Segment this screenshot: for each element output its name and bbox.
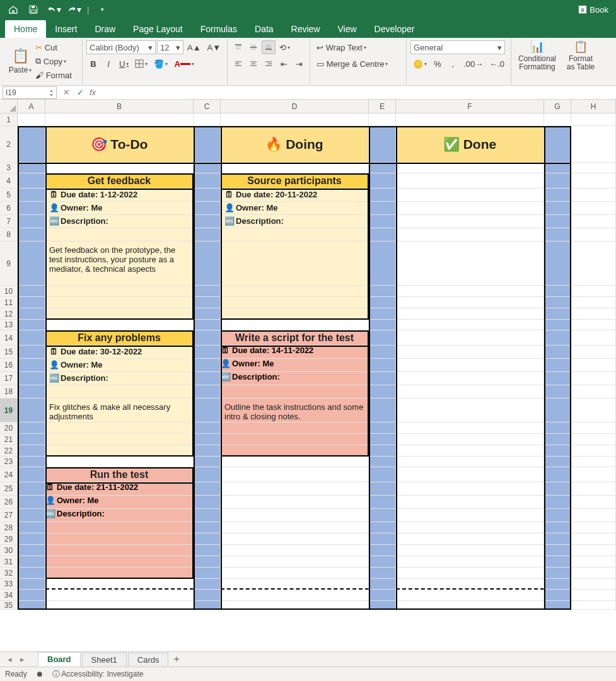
cell-C25[interactable] [194, 482, 221, 496]
cell-H19[interactable] [571, 399, 616, 422]
tab-view[interactable]: View [329, 20, 366, 38]
cell-D35[interactable] [221, 601, 369, 610]
cell-E25[interactable] [369, 482, 396, 496]
cell-A35[interactable] [18, 601, 45, 610]
row-header-7[interactable]: 7 [0, 215, 18, 228]
cell-A29[interactable] [18, 533, 45, 545]
cell-A34[interactable] [18, 590, 45, 601]
redo-icon[interactable]: ▾ [66, 2, 82, 17]
cell-D9[interactable] [221, 242, 369, 286]
row-header-23[interactable]: 23 [0, 457, 18, 467]
cell-D13[interactable] [221, 320, 369, 330]
cell-H22[interactable] [571, 445, 616, 457]
cell-G14[interactable] [544, 330, 571, 346]
cell-H7[interactable] [571, 215, 616, 228]
cell-G24[interactable] [544, 467, 571, 482]
cell-B11[interactable] [45, 297, 194, 308]
cell-F31[interactable] [396, 556, 544, 568]
cell-H12[interactable] [571, 308, 616, 320]
cell-A18[interactable] [18, 385, 45, 399]
cell-C19[interactable] [194, 399, 221, 422]
row-header-3[interactable]: 3 [0, 163, 18, 173]
col-header-D[interactable]: D [221, 100, 369, 114]
cell-D7[interactable]: 🔤Description: [221, 215, 369, 228]
cell-B14[interactable]: Fix any problems [45, 330, 194, 346]
align-right-button[interactable] [262, 57, 276, 71]
row-header-9[interactable]: 9 [0, 242, 18, 286]
cell-C20[interactable] [194, 422, 221, 434]
cell-D2[interactable]: 🔥 Doing [221, 126, 369, 163]
cell-G26[interactable] [544, 496, 571, 509]
cell-D30[interactable] [221, 545, 369, 556]
cell-B18[interactable] [45, 385, 194, 399]
chevron-down-icon[interactable]: ▾ [57, 4, 61, 15]
cell-F22[interactable] [396, 445, 544, 457]
cell-D11[interactable] [221, 297, 369, 308]
cell-B19[interactable]: Fix glitches & make all necessary adjust… [45, 399, 194, 422]
confirm-entry-button[interactable]: ✓ [73, 88, 87, 97]
cell-A20[interactable] [18, 422, 45, 434]
chevron-down-icon[interactable]: ▾ [145, 61, 148, 67]
row-header-13[interactable]: 13 [0, 320, 18, 330]
bold-button[interactable]: B [86, 57, 100, 71]
cell-B32[interactable] [45, 568, 194, 579]
cell-G32[interactable] [544, 568, 571, 579]
cell-B4[interactable]: Get feedback [45, 173, 194, 189]
cell-H32[interactable] [571, 568, 616, 579]
cell-G23[interactable] [544, 457, 571, 467]
cell-A21[interactable] [18, 434, 45, 445]
cell-G1[interactable] [544, 114, 571, 126]
align-top-button[interactable] [231, 40, 245, 54]
chevron-down-icon[interactable]: ▾ [29, 67, 32, 73]
cell-D27[interactable] [221, 509, 369, 522]
cell-G3[interactable] [544, 163, 571, 173]
copy-button[interactable]: ⧉ Copy▾ [33, 54, 78, 68]
col-header-E[interactable]: E [369, 100, 396, 114]
cell-B17[interactable]: 🔤Description: [45, 372, 194, 385]
cell-C30[interactable] [194, 545, 221, 556]
cell-F27[interactable] [396, 509, 544, 522]
cell-E10[interactable] [369, 286, 396, 297]
row-header-20[interactable]: 20 [0, 422, 18, 434]
cell-H6[interactable] [571, 202, 616, 215]
cell-B16[interactable]: 👤Owner: Me [45, 359, 194, 372]
cell-D21[interactable] [221, 434, 369, 445]
cell-H31[interactable] [571, 556, 616, 568]
cell-G20[interactable] [544, 422, 571, 434]
cut-button[interactable]: ✂ Cut [33, 40, 78, 54]
cell-G17[interactable] [544, 372, 571, 385]
cell-C16[interactable] [194, 359, 221, 372]
row-header-15[interactable]: 15 [0, 346, 18, 359]
cell-F15[interactable] [396, 346, 544, 359]
cell-E13[interactable] [369, 320, 396, 330]
cell-C28[interactable] [194, 522, 221, 533]
cell-D28[interactable] [221, 522, 369, 533]
cell-G2[interactable] [544, 126, 571, 163]
cell-B20[interactable] [45, 422, 194, 434]
name-box-stepper[interactable]: ▲▼ [49, 88, 54, 97]
cell-A17[interactable] [18, 372, 45, 385]
cell-H15[interactable] [571, 346, 616, 359]
tab-draw[interactable]: Draw [86, 20, 124, 38]
row-header-28[interactable]: 28 [0, 522, 18, 533]
cell-G33[interactable] [544, 579, 571, 590]
cell-B35[interactable] [45, 601, 194, 610]
cell-D24[interactable] [221, 467, 369, 482]
borders-button[interactable]: ▾ [132, 57, 150, 71]
cell-E1[interactable] [369, 114, 396, 126]
row-header-35[interactable]: 35 [0, 601, 18, 610]
cell-E23[interactable] [369, 457, 396, 467]
cell-F5[interactable] [396, 189, 544, 202]
row-header-1[interactable]: 1 [0, 114, 18, 126]
cell-E7[interactable] [369, 215, 396, 228]
cell-A4[interactable] [18, 173, 45, 189]
select-all-corner[interactable] [0, 100, 18, 114]
cell-D12[interactable] [221, 308, 369, 320]
align-center-button[interactable] [247, 57, 260, 71]
cell-E12[interactable] [369, 308, 396, 320]
cell-B29[interactable] [45, 533, 194, 545]
cell-F13[interactable] [396, 320, 544, 330]
cell-A23[interactable] [18, 457, 45, 467]
cell-G13[interactable] [544, 320, 571, 330]
cell-C10[interactable] [194, 286, 221, 297]
